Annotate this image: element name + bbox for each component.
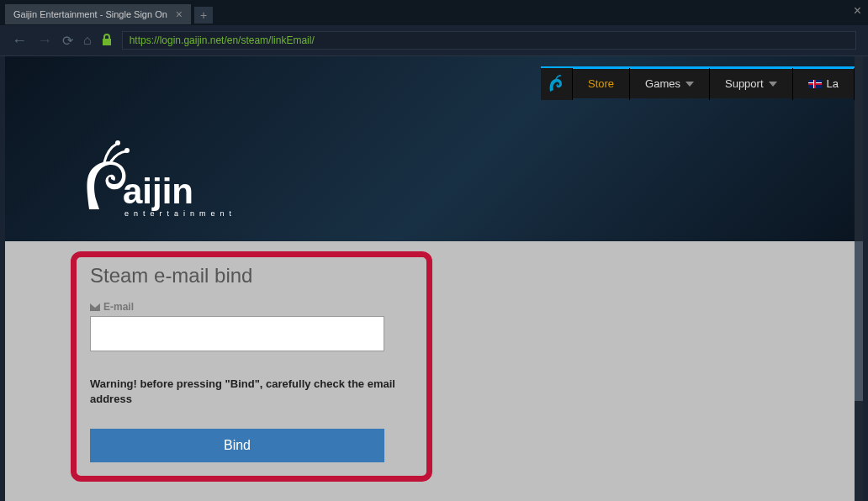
reload-icon[interactable]: ⟳ [62,33,73,49]
form-highlight-box: Steam e-mail bind E-mail Warning! before… [71,251,432,482]
bind-button-label: Bind [224,438,251,452]
page-viewport: aijin entertainment Store Games Support [5,56,863,501]
nav-row: ← → ⟳ ⌂ https://login.gaijin.net/en/stea… [0,25,868,55]
scrollbar-thumb[interactable] [855,241,863,401]
email-input[interactable] [90,316,384,351]
nav-games-label: Games [645,77,680,90]
back-icon[interactable]: ← [12,32,27,50]
gaijin-home-icon[interactable] [541,68,573,100]
svg-point-1 [124,148,130,153]
top-navigation: Store Games Support La [541,66,855,98]
vertical-scrollbar[interactable] [855,56,863,501]
close-window-icon[interactable]: × [854,3,861,18]
browser-tab[interactable]: Gaijin Entertainment - Single Sign On × [5,4,191,24]
url-bar[interactable]: https://login.gaijin.net/en/steam/linkEm… [122,31,856,50]
tab-close-icon[interactable]: × [176,8,183,21]
url-text: https://login.gaijin.net/en/steam/linkEm… [130,34,315,46]
lock-icon [102,34,112,48]
chevron-down-icon [685,82,694,87]
home-icon[interactable]: ⌂ [83,33,92,48]
nav-support-label: Support [725,77,764,90]
browser-chrome: Gaijin Entertainment - Single Sign On × … [0,0,868,56]
nav-support[interactable]: Support [710,68,793,100]
form-title: Steam e-mail bind [90,264,413,287]
nav-language[interactable]: La [793,68,855,100]
nav-store[interactable]: Store [573,68,630,100]
svg-point-2 [559,75,561,76]
logo-brand-text: aijin [123,171,193,211]
new-tab-button[interactable]: + [194,7,213,24]
gaijin-logo: aijin entertainment [71,132,239,224]
warning-text: Warning! before pressing "Bind", careful… [90,377,413,407]
svg-point-0 [115,140,120,145]
nav-store-label: Store [588,77,614,90]
logo-sub-text: entertainment [124,209,236,218]
nav-games[interactable]: Games [630,68,710,100]
tab-title: Gaijin Entertainment - Single Sign On [13,9,167,19]
content-area: Steam e-mail bind E-mail Warning! before… [5,241,855,501]
email-label-text: E-mail [103,301,134,313]
nav-language-label: La [827,77,839,90]
forward-icon[interactable]: → [37,32,52,50]
flag-uk-icon [808,80,822,88]
chevron-down-icon [769,82,777,87]
email-label: E-mail [90,301,413,313]
bind-button[interactable]: Bind [90,429,384,462]
tabs-row: Gaijin Entertainment - Single Sign On × … [0,0,868,25]
envelope-icon [90,303,100,311]
